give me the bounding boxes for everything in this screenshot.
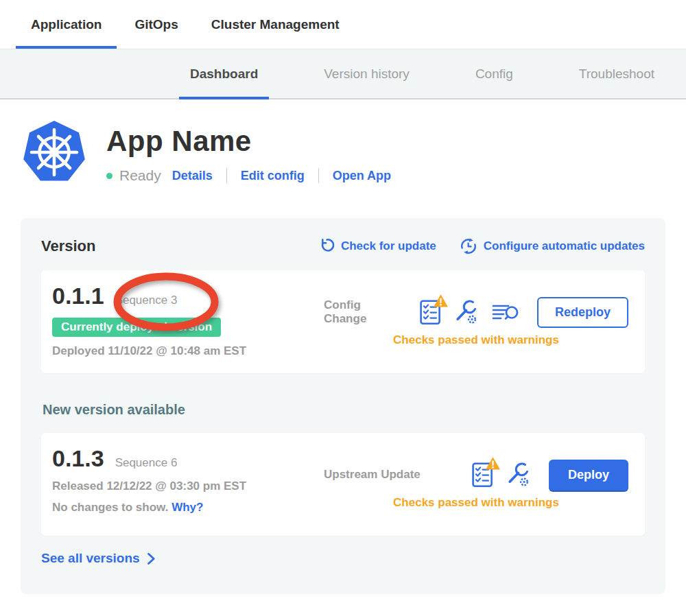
current-sequence-label: Sequence 3 [115, 294, 178, 307]
primary-nav: Application GitOps Cluster Management [0, 0, 686, 49]
why-link[interactable]: Why? [172, 501, 203, 514]
nav-tab-cluster-management[interactable]: Cluster Management [211, 0, 340, 49]
current-version-card: 0.1.1 Sequence 3 Currently deployed vers… [41, 270, 645, 373]
version-heading: Version [41, 237, 95, 255]
redeploy-button[interactable]: Redeploy [537, 297, 628, 328]
available-checks-status: Checks passed with warnings [324, 496, 628, 510]
check-for-update-link[interactable]: Check for update [318, 238, 436, 254]
see-all-versions-link[interactable]: See all versions [41, 551, 156, 566]
status-dot-ready [106, 173, 113, 179]
current-change-type: Config Change [324, 298, 402, 326]
preflight-checks-icon[interactable] [420, 300, 441, 325]
no-changes-text: No changes to show. [52, 501, 168, 514]
subnav-tab-config[interactable]: Config [475, 49, 513, 98]
new-version-heading: New version available [43, 402, 645, 418]
configure-automatic-updates-label: Configure automatic updates [484, 239, 645, 253]
nav-tab-gitops[interactable]: GitOps [134, 0, 178, 49]
released-timestamp: Released 12/12/22 @ 03:30 pm EST [52, 479, 299, 493]
deploy-button[interactable]: Deploy [549, 460, 628, 490]
subnav-tab-dashboard[interactable]: Dashboard [190, 49, 258, 98]
warning-triangle-icon [485, 456, 501, 471]
subnav-tab-troubleshoot[interactable]: Troubleshoot [579, 49, 654, 98]
current-version-number: 0.1.1 [52, 283, 104, 309]
available-sequence-label: Sequence 6 [115, 456, 178, 470]
page-title: App Name [106, 125, 391, 158]
chevron-right-icon [147, 552, 156, 565]
available-version-number: 0.1.3 [52, 445, 104, 472]
see-all-versions-label: See all versions [41, 551, 140, 566]
check-for-update-label: Check for update [341, 239, 436, 253]
available-change-type: Upstream Update [324, 468, 454, 482]
wrench-gear-icon[interactable] [506, 462, 531, 488]
preflight-checks-icon[interactable] [472, 462, 493, 488]
available-version-card: 0.1.3 Sequence 6 Released 12/12/22 @ 03:… [41, 433, 645, 536]
refresh-icon [318, 238, 335, 254]
configure-automatic-updates-link[interactable]: Configure automatic updates [460, 237, 645, 255]
app-status: Ready [119, 167, 161, 184]
app-subnav: Dashboard Version history Config Trouble… [0, 49, 686, 99]
kubernetes-logo [23, 121, 86, 184]
divider [226, 168, 227, 183]
warning-triangle-icon [433, 294, 449, 308]
clock-refresh-icon [460, 237, 477, 255]
deployed-status-badge: Currently deployed version [52, 318, 221, 337]
app-header: App Name Ready Details Edit config Open … [0, 99, 686, 184]
version-panel: Version Check for update Configure autom… [21, 218, 665, 594]
current-checks-status: Checks passed with warnings [324, 333, 628, 347]
edit-config-link[interactable]: Edit config [241, 169, 305, 183]
wrench-gear-icon[interactable] [453, 300, 479, 325]
file-search-icon[interactable] [491, 302, 519, 323]
subnav-tab-version-history[interactable]: Version history [324, 49, 410, 98]
divider [318, 168, 319, 183]
details-link[interactable]: Details [172, 169, 213, 183]
deployed-timestamp: Deployed 11/10/22 @ 10:48 am EST [52, 344, 299, 358]
nav-tab-application[interactable]: Application [31, 0, 102, 49]
open-app-link[interactable]: Open App [333, 169, 391, 183]
